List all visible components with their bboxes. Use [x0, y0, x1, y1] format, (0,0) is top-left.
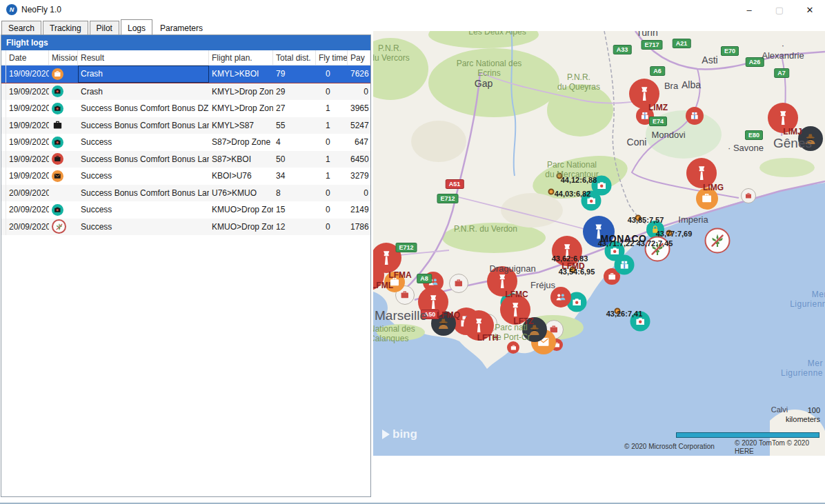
- table-row[interactable]: 19/09/2020 Crash KMYL>Drop Zone 29 0 0: [1, 83, 370, 101]
- cell-date: 20/09/2020: [6, 205, 49, 214]
- case-white-icon: [450, 274, 468, 292]
- cell-date: 20/09/2020: [6, 188, 49, 198]
- road-shield: A6: [650, 66, 665, 76]
- cell-flight-plan: KMUO>Drop Zone: [209, 222, 273, 232]
- cell-total-dist: 27: [273, 103, 316, 113]
- map-label: LFMA: [388, 271, 411, 281]
- minimize-button[interactable]: –: [734, 0, 764, 19]
- map-label: Bra: [664, 81, 678, 92]
- table-row[interactable]: 20/09/2020 Success KMUO>Drop Zone 12 0 1…: [1, 219, 370, 236]
- cell-fly-time: 1: [316, 121, 348, 130]
- cell-total-dist: 50: [273, 154, 316, 164]
- case-red-icon: [507, 341, 519, 354]
- map-marker-box-red[interactable]: [686, 107, 704, 125]
- map-label: 43,26:7,41: [606, 310, 643, 319]
- cell-mission: [49, 204, 78, 216]
- case-red-mission-icon: [52, 153, 63, 165]
- cell-pay: 0: [348, 87, 370, 97]
- map-label: Coni: [627, 137, 647, 148]
- road-shield: A21: [673, 39, 691, 48]
- map-label: · Alexandrie: [762, 41, 804, 61]
- cell-result: Success Bonus Comfort Bonus DZ: [78, 103, 209, 113]
- cell-mission: [49, 153, 78, 165]
- cell-pay: 3279: [348, 171, 370, 181]
- row-header: [1, 117, 6, 134]
- map-label: LIMG: [703, 183, 724, 193]
- cell-total-dist: 15: [273, 205, 316, 214]
- column-header[interactable]: Pay: [348, 50, 370, 65]
- map-label: Gap: [475, 78, 493, 89]
- tab-search[interactable]: Search: [1, 21, 41, 34]
- table-row[interactable]: 20/09/2020 Success Bonus Comfort Bonus L…: [1, 185, 370, 202]
- cell-mission: [49, 219, 78, 234]
- map-label: Mer Ligurienn: [790, 290, 825, 310]
- table-row[interactable]: 19/09/2020 Success KBOI>U76 34 1 3279: [1, 168, 370, 185]
- cell-flight-plan: KBOI>U76: [209, 171, 273, 181]
- cell-total-dist: 29: [273, 87, 316, 97]
- map-label: Turin: [636, 31, 657, 38]
- map-label: Gênes: [773, 136, 812, 151]
- cell-date: 19/09/2020: [6, 137, 49, 147]
- flight-logs-panel: Flight logs Date Mission Result Flight p…: [1, 34, 371, 497]
- map-marker-case-white[interactable]: [449, 274, 468, 293]
- cell-fly-time: 1: [316, 154, 348, 164]
- tab-tracking[interactable]: Tracking: [43, 21, 88, 34]
- table-row[interactable]: 19/09/2020 Success Bonus Comfort Bonus D…: [1, 100, 370, 117]
- map-label: 44,12:6,88: [561, 176, 597, 185]
- cell-result: Success Bonus Comfort Bonus Landing: [78, 188, 209, 198]
- row-header: [1, 151, 6, 168]
- column-header[interactable]: Flight plan.: [209, 50, 273, 65]
- table-row[interactable]: 19/09/2020 Crash KMYL>KBOI 79 0 7626: [1, 65, 370, 83]
- road-shield: A7: [774, 68, 789, 78]
- tab-parameters[interactable]: Parameters: [154, 21, 209, 34]
- close-button[interactable]: ✕: [795, 0, 825, 19]
- cell-mission: [49, 68, 78, 80]
- column-header[interactable]: Mission: [49, 50, 78, 65]
- cell-mission: [49, 170, 78, 182]
- cell-pay: 7626: [348, 69, 370, 79]
- row-header: [1, 168, 6, 185]
- map-label: 43,77:7,69: [656, 230, 693, 239]
- maximize-button[interactable]: ▢: [764, 0, 795, 19]
- map-marker-dot[interactable]: [548, 189, 555, 195]
- cell-fly-time: 0: [316, 188, 348, 198]
- table-row[interactable]: 20/09/2020 Success KMUO>Drop Zone 15 0 2…: [1, 201, 370, 219]
- table-row[interactable]: 19/09/2020 Success S87>Drop Zone 4 0 647: [1, 134, 370, 151]
- map-marker-case-white[interactable]: [741, 188, 756, 203]
- map-canvas[interactable]: A33 E717 A21 E70 A26 A7 A6 E74 E80 E712 …: [373, 31, 825, 456]
- row-header: [1, 65, 6, 83]
- map-label: · Savone: [728, 143, 764, 154]
- panel-title: Flight logs: [1, 35, 370, 50]
- table-row[interactable]: 19/09/2020 Success Bonus Comfort Bonus L…: [1, 151, 370, 168]
- cell-pay: 3965: [348, 103, 370, 113]
- cell-flight-plan: KMYL>KBOI: [209, 69, 273, 79]
- road-shield: A51: [446, 179, 464, 189]
- cell-total-dist: 12: [273, 222, 316, 232]
- map-marker-box-teal[interactable]: [615, 255, 635, 275]
- road-shield: E712: [437, 194, 458, 203]
- column-header[interactable]: Total dist.: [273, 50, 316, 65]
- cell-date: 19/09/2020: [6, 171, 49, 181]
- box-teal-icon: [615, 255, 635, 275]
- map-scale-bar: [676, 432, 819, 438]
- tab-pilot[interactable]: Pilot: [90, 21, 119, 34]
- map-label: LFTH: [477, 334, 499, 343]
- cell-pay: 647: [348, 137, 370, 147]
- cell-mission: [49, 103, 78, 114]
- column-header[interactable]: Result: [78, 50, 209, 65]
- table-row[interactable]: 19/09/2020 Success Bonus Comfort Bonus L…: [1, 117, 370, 134]
- cell-total-dist: 34: [273, 171, 316, 181]
- cell-result: Success Bonus Comfort Bonus Landing: [78, 121, 209, 130]
- map-marker-nodrug[interactable]: [705, 228, 730, 254]
- column-header[interactable]: Fly time: [316, 50, 348, 65]
- bing-logo: bing: [382, 427, 417, 441]
- map-marker-case-red[interactable]: [507, 341, 519, 354]
- tab-logs[interactable]: Logs: [121, 19, 152, 34]
- map-label: Draguignan: [489, 264, 535, 274]
- column-header[interactable]: Date: [6, 50, 49, 65]
- cell-mission: [49, 137, 78, 148]
- map-label: Imperia: [678, 215, 708, 225]
- map-label: 43,72:7,45: [637, 239, 673, 248]
- row-header: [1, 83, 6, 101]
- map-label: LFMC: [505, 290, 528, 300]
